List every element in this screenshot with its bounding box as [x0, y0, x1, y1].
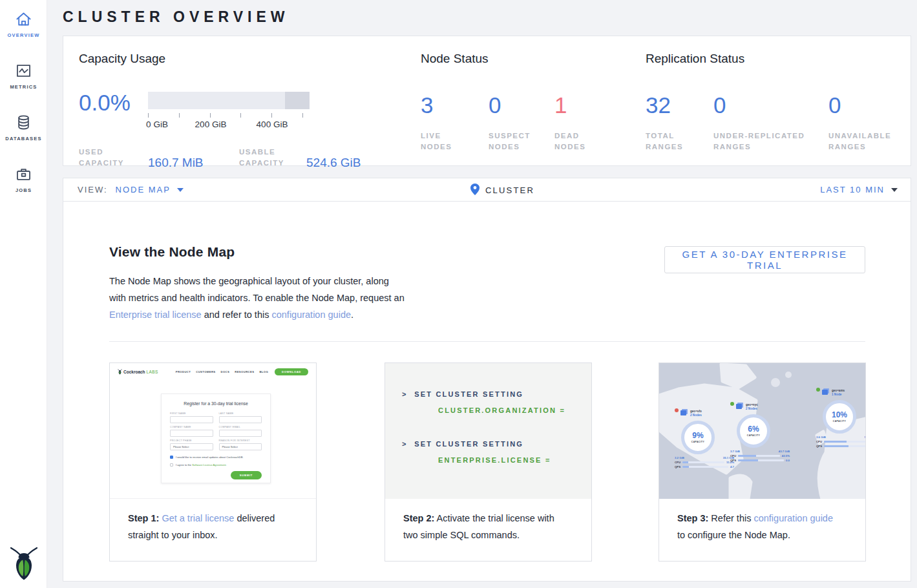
step-1-caption: Step 1: Get a trial license delivered st… — [110, 499, 309, 543]
used-capacity-value: 160.7 MiB — [148, 156, 239, 169]
get-trial-license-link[interactable]: Get a trial license — [162, 513, 234, 523]
configuration-guide-link[interactable]: configuration guide — [754, 513, 833, 523]
mini-submit-button: SUBMIT — [231, 471, 262, 479]
sidebar: OVERVIEW METRICS DATABASES — [0, 0, 47, 588]
capacity-ring: 6% CAPACITY — [737, 414, 770, 448]
mini-download-button: DOWNLOAD — [275, 368, 308, 375]
replication-status-section: Replication Status 32 TOTAL RANGES 0 UND… — [646, 52, 911, 152]
sidebar-item-overview[interactable]: OVERVIEW — [0, 10, 47, 38]
total-ranges-stat: 32 TOTAL RANGES — [646, 94, 713, 152]
enterprise-trial-button[interactable]: GET A 30-DAY ENTERPRISE TRIAL — [664, 246, 865, 273]
jobs-icon — [0, 165, 47, 183]
metrics-icon — [0, 62, 47, 79]
capacity-gauge: 0 GiB 200 GiB 400 GiB — [148, 92, 310, 130]
dead-status-icon — [675, 408, 679, 412]
suspect-nodes-stat: 0 SUSPECT NODES — [489, 94, 554, 152]
live-status-icon — [730, 402, 734, 406]
node-status-section: Node Status 3 LIVE NODES 0 SUSPECT NODES… — [421, 52, 644, 152]
mini-checkbox-unchecked — [170, 463, 173, 467]
gauge-tick-label: 200 GiB — [195, 120, 227, 129]
panel-heading: View the Node Map — [109, 244, 235, 260]
mini-registration-form: Register for a 30-day trial license FIRS… — [161, 394, 271, 483]
capacity-ring: 9% CAPACITY — [681, 421, 715, 454]
sidebar-item-databases[interactable]: DATABASES — [0, 114, 47, 142]
sidebar-item-metrics[interactable]: METRICS — [0, 62, 47, 90]
step-2-caption: Step 2: Activate the trial license with … — [385, 499, 584, 543]
cockroachdb-logo — [10, 546, 38, 581]
unavailable-ranges-stat: 0 UNAVAILABLE RANGES — [828, 94, 906, 152]
sidebar-item-label: OVERVIEW — [0, 32, 47, 38]
gauge-tick-label: 0 GiB — [146, 120, 168, 129]
gauge-tick-label: 400 GiB — [257, 120, 288, 129]
step-1-card: CockroachLABS PRODUCTCUSTOMERSDOCSRESOUR… — [109, 362, 317, 562]
trial-license-site-preview: CockroachLABS PRODUCTCUSTOMERSDOCSRESOUR… — [110, 363, 316, 499]
node-cube-icon — [680, 410, 686, 415]
capacity-usage-title: Capacity Usage — [79, 52, 418, 66]
capacity-usage-section: Capacity Usage 0.0% 0 GiB 200 GiB 400 Gi… — [79, 52, 418, 169]
under-replicated-ranges-stat: 0 UNDER-REPLICATED RANGES — [713, 94, 828, 152]
sidebar-item-label: DATABASES — [0, 136, 47, 142]
databases-icon — [0, 114, 47, 131]
sql-commands-preview: > SET CLUSTER SETTING CLUSTER.ORGANIZATI… — [385, 363, 591, 499]
enterprise-trial-license-link[interactable]: Enterprise trial license — [109, 310, 202, 320]
sidebar-item-label: METRICS — [0, 84, 47, 90]
mini-checkbox-checked — [170, 456, 173, 459]
node-cube-icon — [736, 404, 742, 409]
live-status-icon — [816, 388, 820, 392]
panel-description: The Node Map shows the geographical layo… — [109, 273, 408, 323]
cockroach-labs-mini-logo: CockroachLABS — [118, 369, 158, 375]
usable-capacity-label: USABLE CAPACITY — [239, 147, 306, 169]
dead-nodes-stat: 1 DEAD NODES — [554, 94, 606, 152]
map-node-sfo: geo=sfo2 Nodes 9% CAPACITY 3.2 GiB35.1 G… — [675, 410, 734, 468]
sidebar-item-label: JOBS — [0, 187, 47, 193]
chevron-down-icon — [177, 188, 184, 192]
mini-site-nav: PRODUCTCUSTOMERSDOCSRESOURCESBLOG — [176, 370, 268, 373]
live-nodes-stat: 3 LIVE NODES — [421, 94, 489, 152]
sidebar-item-jobs[interactable]: JOBS — [0, 165, 47, 193]
step-2-card: > SET CLUSTER SETTING CLUSTER.ORGANIZATI… — [385, 362, 592, 562]
time-range-dropdown[interactable]: LAST 10 MIN — [820, 185, 898, 194]
map-node-ams: geo=ams1 Node 10% CAPACITY 3.6 GiB56.6 G… — [816, 389, 865, 448]
step-3-card: geo=sfo2 Nodes 9% CAPACITY 3.2 GiB35.1 G… — [659, 362, 866, 562]
capacity-gauge-bar — [148, 92, 310, 109]
cluster-overview-screen: OVERVIEW METRICS DATABASES — [0, 0, 917, 588]
cluster-summary-card: Capacity Usage 0.0% 0 GiB 200 GiB 400 Gi… — [63, 36, 911, 166]
node-map-preview: geo=sfo2 Nodes 9% CAPACITY 3.2 GiB35.1 G… — [659, 363, 865, 499]
node-cube-icon — [822, 390, 828, 395]
replication-status-title: Replication Status — [646, 52, 911, 66]
used-capacity-label: USED CAPACITY — [79, 147, 148, 169]
view-label: VIEW: — [78, 185, 108, 194]
step-3-caption: Step 3: Refer this configuration guide t… — [659, 499, 858, 543]
configuration-guide-link[interactable]: configuration guide — [271, 310, 351, 320]
view-bar: VIEW: NODE MAP CLUSTER LAST 10 MIN — [63, 178, 911, 202]
map-node-nyc: geo=nyc2 Nodes 6% CAPACITY 3.7 GiB43.7 G… — [730, 403, 790, 462]
page-title: CLUSTER OVERVIEW — [63, 8, 290, 26]
location-pin-icon — [470, 184, 485, 197]
usable-capacity-value: 524.6 GiB — [306, 156, 361, 169]
node-map-panel: View the Node Map GET A 30-DAY ENTERPRIS… — [63, 202, 911, 582]
capacity-percent: 0.0% — [79, 92, 148, 130]
node-status-title: Node Status — [421, 52, 644, 66]
cluster-breadcrumb: CLUSTER — [470, 184, 534, 197]
home-icon — [0, 10, 47, 28]
view-selector-dropdown[interactable]: NODE MAP — [116, 185, 184, 194]
chevron-down-icon — [891, 188, 898, 192]
divider — [109, 341, 865, 342]
capacity-ring: 10% CAPACITY — [823, 400, 856, 434]
capacity-gauge-ticks — [148, 113, 303, 118]
